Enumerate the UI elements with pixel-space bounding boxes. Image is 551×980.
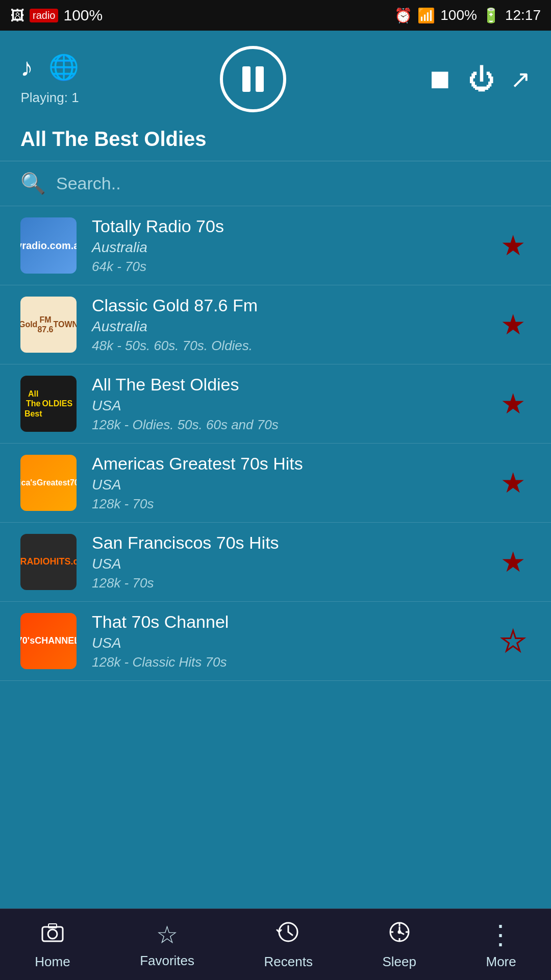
station-country: Australia	[92, 318, 495, 335]
search-bar: 🔍	[0, 161, 551, 206]
music-icon[interactable]: ♪	[20, 53, 33, 82]
station-country: USA	[92, 556, 495, 572]
station-country: USA	[92, 477, 495, 493]
battery-icon: 🔋	[482, 7, 500, 24]
nav-home[interactable]: Home	[35, 920, 70, 970]
recents-label: Recents	[264, 954, 313, 970]
stop-button[interactable]: ⏹	[427, 64, 453, 94]
station-country: Australia	[92, 239, 495, 256]
alarm-icon: ⏰	[394, 7, 412, 24]
list-item[interactable]: 70sRADIOHITS.com San Franciscos 70s Hits…	[0, 523, 551, 602]
nav-favorites[interactable]: ☆ Favorites	[140, 920, 194, 969]
station-country: USA	[92, 635, 495, 651]
station-name: That 70s Channel	[92, 612, 495, 632]
station-name: All The Best Oldies	[92, 375, 495, 395]
station-details: 48k - 50s. 60s. 70s. Oldies.	[92, 338, 495, 354]
station-name: Classic Gold 87.6 Fm	[92, 296, 495, 315]
sleep-icon	[387, 920, 412, 950]
playing-label: Playing: 1	[20, 90, 79, 106]
station-logo: 70sRADIOHITS.com	[20, 534, 77, 590]
nav-recents[interactable]: Recents	[264, 920, 313, 970]
sleep-label: Sleep	[382, 954, 416, 970]
station-details: 128k - Classic Hits 70s	[92, 654, 495, 670]
list-item[interactable]: America'sGreatest70sHits Americas Greate…	[0, 444, 551, 523]
station-logo: America'sGreatest70sHits	[20, 455, 77, 511]
pause-icon	[242, 66, 264, 92]
list-item[interactable]: totallyradio.com.au70's Totally Radio 70…	[0, 206, 551, 285]
favorite-star[interactable]: ★	[495, 224, 531, 267]
home-icon	[40, 920, 65, 950]
station-details: 128k - 70s	[92, 496, 495, 512]
favorite-star[interactable]: ★	[495, 382, 531, 425]
recents-icon	[276, 920, 300, 950]
station-details: 64k - 70s	[92, 259, 495, 275]
list-item[interactable]: ClassicGoldFM 87.6TOWNSVILLE Classic Gol…	[0, 285, 551, 364]
bottom-nav: Home ☆ Favorites Recents	[0, 909, 551, 980]
list-item[interactable]: 70'sCHANNEL That 70s Channel USA 128k - …	[0, 602, 551, 681]
station-name: Americas Greatest 70s Hits	[92, 454, 495, 474]
station-list: totallyradio.com.au70's Totally Radio 70…	[0, 206, 551, 681]
player-controls: ⏹ ⏻ ↗	[427, 64, 531, 94]
more-label: More	[486, 954, 516, 970]
nav-more[interactable]: ⋮ More	[486, 919, 516, 970]
now-playing-section: All The Best Oldies	[0, 122, 551, 161]
search-icon: 🔍	[20, 172, 46, 195]
power-button[interactable]: ⏻	[468, 64, 495, 94]
station-info: All The Best Oldies USA 128k - Oldies. 5…	[92, 375, 495, 433]
app-icon: radio	[30, 9, 58, 22]
search-input[interactable]	[56, 174, 531, 193]
status-number: 100%	[63, 7, 103, 24]
station-info: San Franciscos 70s Hits USA 128k - 70s	[92, 533, 495, 591]
more-icon: ⋮	[487, 919, 515, 950]
status-bar: 🖼 radio 100% ⏰ 📶 100% 🔋 12:17	[0, 0, 551, 31]
station-logo: All The BestOLDIES	[20, 376, 77, 432]
svg-point-1	[48, 929, 57, 939]
status-left: 🖼 radio 100%	[10, 7, 103, 24]
list-item[interactable]: All The BestOLDIES All The Best Oldies U…	[0, 364, 551, 444]
favorite-star[interactable]: ★	[495, 541, 531, 583]
now-playing-title: All The Best Oldies	[20, 128, 531, 151]
station-country: USA	[92, 398, 495, 414]
home-label: Home	[35, 954, 70, 970]
station-name: Totally Radio 70s	[92, 216, 495, 236]
station-info: That 70s Channel USA 128k - Classic Hits…	[92, 612, 495, 670]
player-header: ♪ 🌐 Playing: 1 ⏹ ⏻ ↗	[0, 31, 551, 122]
favorites-icon: ☆	[156, 920, 178, 949]
pause-button[interactable]	[220, 46, 286, 112]
station-logo: 70'sCHANNEL	[20, 613, 77, 669]
station-info: Classic Gold 87.6 Fm Australia 48k - 50s…	[92, 296, 495, 354]
station-details: 128k - Oldies. 50s. 60s and 70s	[92, 417, 495, 433]
station-logo: ClassicGoldFM 87.6TOWNSVILLE	[20, 297, 77, 353]
player-left-icons: ♪ 🌐 Playing: 1	[20, 53, 79, 106]
station-list-container: totallyradio.com.au70's Totally Radio 70…	[0, 206, 551, 752]
favorite-star[interactable]: ★	[495, 461, 531, 504]
favorites-label: Favorites	[140, 953, 194, 969]
wifi-icon: 📶	[417, 7, 435, 24]
station-info: Americas Greatest 70s Hits USA 128k - 70…	[92, 454, 495, 512]
battery-percent: 100%	[440, 7, 477, 23]
share-button[interactable]: ↗	[510, 65, 531, 93]
station-details: 128k - 70s	[92, 575, 495, 591]
status-right: ⏰ 📶 100% 🔋 12:17	[394, 7, 541, 24]
clock: 12:17	[505, 7, 541, 23]
nav-sleep[interactable]: Sleep	[382, 920, 416, 970]
favorite-star[interactable]: ★	[495, 620, 531, 663]
favorite-star[interactable]: ★	[495, 303, 531, 346]
station-logo: totallyradio.com.au70's	[20, 217, 77, 274]
svg-line-11	[399, 932, 404, 934]
globe-icon[interactable]: 🌐	[48, 53, 79, 82]
photo-icon: 🖼	[10, 7, 24, 24]
station-name: San Franciscos 70s Hits	[92, 533, 495, 553]
station-info: Totally Radio 70s Australia 64k - 70s	[92, 216, 495, 275]
